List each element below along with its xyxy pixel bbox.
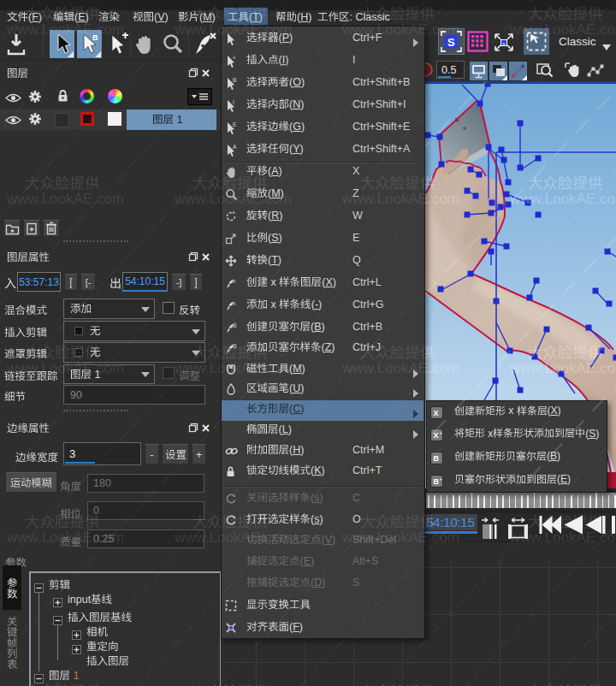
svg-text:B: B [233,322,237,328]
svg-text:x: x [233,300,236,306]
svg-text:I: I [233,99,234,105]
svg-text:+: + [233,55,236,61]
svg-text:B: B [434,454,440,463]
svg-text:+: + [440,476,443,481]
svg-text:B: B [233,343,237,349]
svg-text:X: X [434,409,439,417]
svg-text:x: x [233,278,236,284]
svg-text:E: E [233,121,237,127]
svg-text:+: + [440,430,443,435]
svg-text:S: S [447,36,455,49]
svg-text:B: B [233,77,236,83]
svg-text:B: B [434,477,440,486]
svg-text:B: B [92,33,98,42]
svg-text:X: X [434,431,439,440]
svg-text:s: s [502,41,505,46]
svg-text:A: A [233,144,237,150]
